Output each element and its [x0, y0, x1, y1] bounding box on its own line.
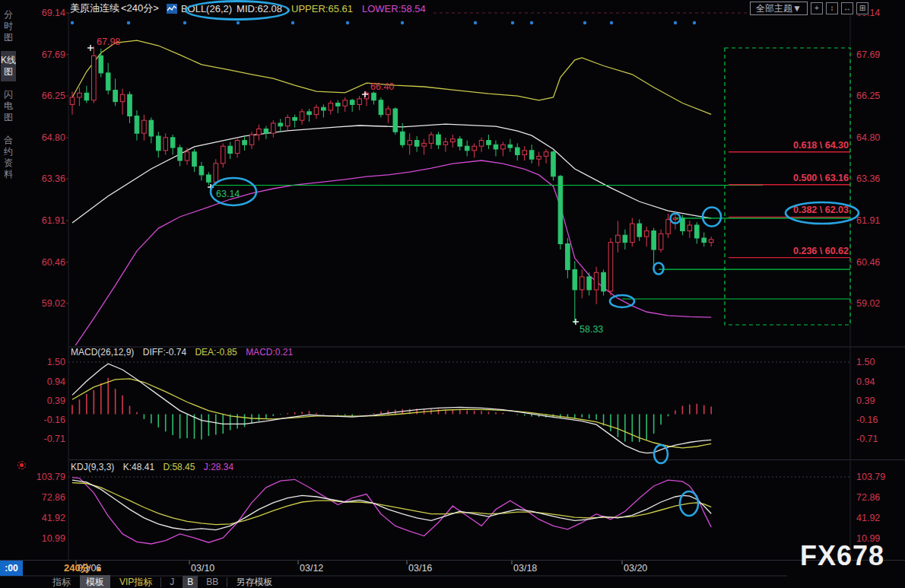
macd-dea-value: DEA:-0.85 — [195, 347, 237, 358]
kdj-k-value: K:48.41 — [123, 462, 154, 472]
macd-params-label: MACD(26,12,9) — [71, 347, 134, 358]
toolbar-divider — [160, 577, 161, 587]
svg-text:-0.16: -0.16 — [44, 415, 66, 425]
svg-text:67.69: 67.69 — [856, 49, 880, 60]
sidebar-item-lightning[interactable]: 闪电图 — [1, 85, 16, 127]
chart-canvas[interactable]: 0.618 \ 64.300.500 \ 63.160.382 \ 62.030… — [0, 0, 905, 588]
indicator-settings-icon[interactable] — [17, 461, 26, 469]
macd-diff-value: DIFF:-0.74 — [143, 347, 186, 358]
svg-text:0.94: 0.94 — [856, 377, 875, 387]
svg-text:58.33: 58.33 — [580, 324, 603, 335]
svg-text:69.14: 69.14 — [42, 8, 65, 18]
toolbar-divider — [227, 577, 227, 587]
svg-text:-0.71: -0.71 — [856, 434, 878, 444]
svg-text:59.02: 59.02 — [42, 298, 65, 309]
toolbar-template-button[interactable]: 模板 — [80, 575, 110, 588]
svg-text:67.98: 67.98 — [97, 37, 120, 47]
svg-text:72.86: 72.86 — [42, 492, 65, 503]
svg-text:60.46: 60.46 — [42, 257, 65, 268]
svg-text:64.80: 64.80 — [42, 132, 65, 143]
svg-text:61.91: 61.91 — [42, 215, 65, 226]
svg-text:103.79: 103.79 — [856, 472, 885, 482]
svg-text:0.382 \ 62.03: 0.382 \ 62.03 — [793, 205, 849, 215]
symbol-name: 美原油连续 — [70, 2, 119, 15]
svg-text:-0.71: -0.71 — [44, 434, 66, 444]
fit-chart-icon[interactable]: ⊞ — [856, 2, 868, 14]
svg-text:0.236 \ 60.62: 0.236 \ 60.62 — [793, 246, 849, 256]
svg-text:66.25: 66.25 — [42, 91, 65, 101]
chart-type-sidebar: 分时图 K线图 闪电图 合约资料 — [0, 2, 18, 188]
svg-text:60.46: 60.46 — [856, 257, 880, 268]
svg-text:63.36: 63.36 — [42, 173, 65, 184]
svg-text:03/12: 03/12 — [300, 563, 323, 574]
kdj-j-value: J:28.34 — [204, 462, 233, 472]
period-selector[interactable]: 240分▲ — [64, 561, 103, 575]
bottom-toolbar: 指标 模板 VIP指标 J B BB 另存模板 — [47, 576, 278, 588]
svg-text:103.79: 103.79 — [37, 472, 65, 482]
boll-params-label: BOLL(26,2) — [181, 3, 232, 14]
svg-text:1.50: 1.50 — [47, 357, 65, 367]
time-fragment-badge: :00 — [0, 561, 23, 576]
svg-text:41.92: 41.92 — [42, 513, 65, 523]
macd-macd-value: MACD:0.21 — [246, 347, 293, 358]
svg-text:0.39: 0.39 — [856, 396, 875, 406]
svg-text:03/18: 03/18 — [513, 563, 537, 574]
svg-text:0.618 \ 64.30: 0.618 \ 64.30 — [793, 140, 849, 151]
svg-text:03/20: 03/20 — [624, 563, 647, 574]
svg-text:10.99: 10.99 — [42, 533, 65, 544]
toolbar-b-button[interactable]: B — [183, 576, 198, 588]
svg-text:72.86: 72.86 — [856, 492, 880, 503]
svg-text:66.25: 66.25 — [856, 91, 880, 101]
sidebar-item-contract-info[interactable]: 合约资料 — [1, 131, 16, 184]
indicator-icon[interactable] — [167, 4, 177, 14]
themes-dropdown[interactable]: 全部主题▼ — [750, 2, 808, 15]
svg-text:61.91: 61.91 — [856, 215, 880, 226]
sidebar-item-timeshare[interactable]: 分时图 — [1, 5, 16, 47]
chart-title-bar: 美原油连续 <240分> BOLL(26,2) MID:62.08 UPPER:… — [70, 0, 433, 17]
toolbar-vip-indicators-button[interactable]: VIP指标 — [119, 576, 152, 588]
toolbar-indicators-button[interactable]: 指标 — [52, 576, 71, 588]
toolbar-j-button[interactable]: J — [170, 577, 174, 587]
kdj-d-value: D:58.45 — [163, 462, 195, 472]
toolbar-save-template-button[interactable]: 另存模板 — [236, 576, 272, 588]
chart-tools: 全部主题▼ + ↕ ↔ ⊞ — [750, 2, 868, 15]
svg-text:-0.16: -0.16 — [856, 415, 878, 425]
boll-lower-value: LOWER:58.54 — [362, 3, 426, 14]
period-label: <240分> — [121, 2, 159, 15]
trading-app-window: 0.618 \ 64.300.500 \ 63.160.382 \ 62.030… — [0, 0, 905, 588]
period-value: 240分 — [64, 562, 90, 574]
svg-text:03/10: 03/10 — [191, 563, 214, 574]
boll-upper-value: UPPER:65.61 — [291, 3, 353, 14]
scale-y-icon[interactable]: ↕ — [826, 2, 838, 14]
scale-x-icon[interactable]: ↔ — [841, 2, 853, 14]
svg-text:63.14: 63.14 — [216, 189, 240, 199]
svg-text:66.40: 66.40 — [370, 81, 394, 92]
svg-text:0.94: 0.94 — [47, 377, 65, 387]
triangle-up-icon: ▲ — [95, 564, 103, 573]
svg-text:63.36: 63.36 — [856, 173, 880, 184]
svg-text:1.50: 1.50 — [856, 357, 875, 367]
macd-header: MACD(26,12,9) DIFF:-0.74 DEA:-0.85 MACD:… — [71, 347, 293, 358]
svg-text:59.02: 59.02 — [856, 298, 880, 309]
toolbar-bb-button[interactable]: BB — [206, 577, 218, 587]
svg-text:67.69: 67.69 — [42, 49, 65, 60]
svg-text:41.92: 41.92 — [856, 513, 880, 523]
pan-icon[interactable]: + — [811, 2, 823, 14]
svg-text:64.80: 64.80 — [856, 132, 880, 143]
svg-text:0.39: 0.39 — [47, 396, 65, 406]
svg-text:0.500 \ 63.16: 0.500 \ 63.16 — [793, 173, 849, 183]
sidebar-item-kline[interactable]: K线图 — [1, 51, 16, 81]
boll-mid-value: MID:62.08 — [237, 3, 282, 14]
kdj-params-label: KDJ(9,3,3) — [71, 462, 114, 472]
svg-text:03/16: 03/16 — [408, 563, 432, 574]
kdj-header: KDJ(9,3,3) K:48.41 D:58.45 J:28.34 — [71, 462, 233, 472]
watermark: FX678 — [800, 540, 884, 572]
